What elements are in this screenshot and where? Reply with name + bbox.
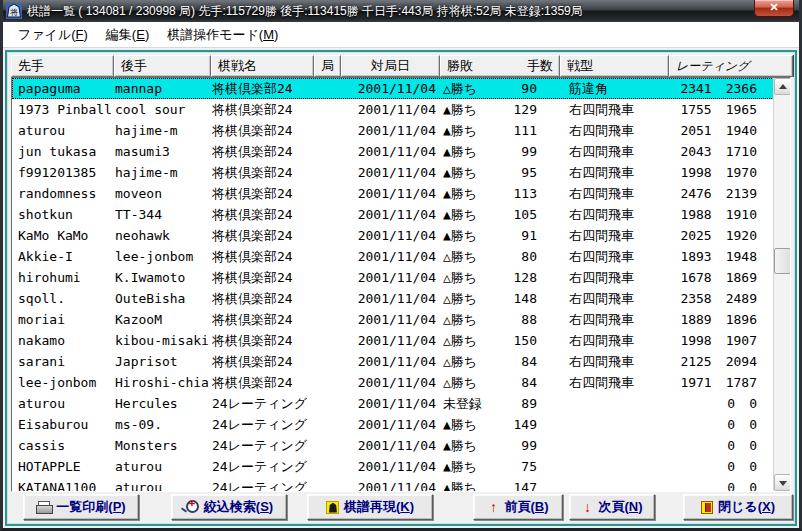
button-label: 前頁(B): [504, 498, 548, 516]
cell-moves: 129: [497, 99, 561, 120]
table-row[interactable]: Akkie-Ilee-jonbom将棋倶楽部242001/11/04△勝ち80右…: [12, 246, 790, 267]
button-label: 次頁(N): [598, 498, 642, 516]
cell-kyoku: [315, 204, 342, 225]
cell-opening: 右四間飛車: [561, 183, 670, 204]
cell-rating: 18931948: [670, 246, 777, 267]
cell-opening: [561, 456, 670, 477]
table-row[interactable]: aturouHercules24レーティング2001/11/04未登録8900: [12, 393, 790, 414]
table-row[interactable]: lee-jonbomHiroshi-chia将棋倶楽部242001/11/04△…: [12, 372, 790, 393]
cell-sente: lee-jonbom: [12, 372, 115, 393]
cell-gote: masumi3: [115, 141, 212, 162]
rating-gote: 1948: [726, 246, 757, 267]
cell-sente: cassis: [12, 435, 115, 456]
cell-rating: 00: [670, 477, 777, 492]
column-header-row: 先手 後手 棋戦名 局 対局日 勝敗 手数 戦型 レーティング: [11, 55, 793, 77]
rating-sente: 1893: [680, 246, 711, 267]
close-icon[interactable]: ✕: [754, 0, 794, 17]
cell-kisen: 将棋倶楽部24: [212, 183, 315, 204]
rating-sente: 2051: [680, 120, 711, 141]
cell-result: ▲勝ち: [441, 477, 497, 492]
cell-sente: shotkun: [12, 204, 115, 225]
table-row[interactable]: sqoll.OuteBisha将棋倶楽部242001/11/04△勝ち148右四…: [12, 288, 790, 309]
scroll-up-icon[interactable]: [774, 78, 791, 95]
close-window-button[interactable]: 閉じる(X): [683, 494, 793, 520]
cell-rating: 19881910: [670, 204, 777, 225]
cell-kisen: 将棋倶楽部24: [212, 162, 315, 183]
rating-gote: 0: [749, 414, 757, 435]
rating-sente: 2358: [680, 288, 711, 309]
menu-item-1[interactable]: 編集(E): [97, 23, 158, 47]
rating-gote: 2139: [726, 183, 757, 204]
table-row[interactable]: HOTAPPLEaturou24レーティング2001/11/04▲勝ち7500: [12, 456, 790, 477]
header-kyoku[interactable]: 局: [314, 55, 341, 77]
header-opening[interactable]: 戦型: [560, 55, 669, 77]
cell-result: ▲勝ち: [441, 414, 497, 435]
table-row[interactable]: saraniJaprisot将棋倶楽部242001/11/04△勝ち84右四間飛…: [12, 351, 790, 372]
table-row[interactable]: jun tukasamasumi3将棋倶楽部242001/11/04▲勝ち99右…: [12, 141, 790, 162]
menu-item-2[interactable]: 棋譜操作モード(M): [158, 23, 287, 47]
cell-opening: 右四間飛車: [561, 204, 670, 225]
cell-sente: sqoll.: [12, 288, 115, 309]
cell-date: 2001/11/04: [342, 183, 441, 204]
table-row[interactable]: shotkunTT-344将棋倶楽部242001/11/04▲勝ち105右四間飛…: [12, 204, 790, 225]
rating-gote: 1896: [726, 309, 757, 330]
cell-result: ▲勝ち: [441, 120, 497, 141]
table-row[interactable]: cassisMonsters24レーティング2001/11/04▲勝ち9900: [12, 435, 790, 456]
cell-gote: lee-jonbom: [115, 246, 212, 267]
vertical-scrollbar[interactable]: [773, 78, 790, 491]
rating-gote: 1787: [726, 372, 757, 393]
header-date[interactable]: 対局日: [341, 55, 440, 77]
rating-gote: 2366: [726, 78, 757, 99]
cell-moves: 75: [497, 456, 561, 477]
rating-sente: 1998: [680, 330, 711, 351]
cell-kisen: 24レーティング: [212, 435, 315, 456]
cell-opening: [561, 393, 670, 414]
table-row[interactable]: randomnessmoveon将棋倶楽部242001/11/04▲勝ち113右…: [12, 183, 790, 204]
cell-kisen: 24レーティング: [212, 414, 315, 435]
table-row[interactable]: f991201385hajime-m将棋倶楽部242001/11/04▲勝ち95…: [12, 162, 790, 183]
cell-kisen: 24レーティング: [212, 477, 315, 492]
table-row[interactable]: 1973 Pinballcool sour将棋倶楽部242001/11/04▲勝…: [12, 99, 790, 120]
cell-sente: jun tukasa: [12, 141, 115, 162]
cell-result: △勝ち: [441, 330, 497, 351]
cell-gote: hajime-m: [115, 162, 212, 183]
header-kisen[interactable]: 棋戦名: [211, 55, 314, 77]
cell-rating: 16781869: [670, 267, 777, 288]
header-result-moves[interactable]: 勝敗 手数: [440, 55, 560, 77]
scroll-down-icon[interactable]: [774, 474, 791, 491]
table-row[interactable]: nakamokibou-misaki将棋倶楽部242001/11/04△勝ち15…: [12, 330, 790, 351]
next-page-button[interactable]: ↓次頁(N): [569, 494, 655, 520]
button-label: 閉じる(X): [718, 498, 775, 516]
scrollbar-thumb[interactable]: [774, 248, 791, 274]
previous-page-button[interactable]: ↑前頁(B): [473, 494, 563, 520]
table-row[interactable]: KATANA1100aturou24レーティング2001/11/04▲勝ち147…: [12, 477, 790, 492]
table-row[interactable]: papagumamannap将棋倶楽部242001/11/04△勝ち90筋違角2…: [12, 78, 790, 99]
cell-moves: 149: [497, 414, 561, 435]
header-sente[interactable]: 先手: [11, 55, 114, 77]
cell-gote: ms-09.: [115, 414, 212, 435]
cell-opening: [561, 477, 670, 492]
cell-rating: 20511940: [670, 120, 777, 141]
filter-search-button[interactable]: 絞込検索(S): [171, 494, 287, 520]
cell-date: 2001/11/04: [342, 435, 441, 456]
table-row[interactable]: Eisaburoums-09.24レーティング2001/11/04▲勝ち1490…: [12, 414, 790, 435]
header-rating[interactable]: レーティング: [669, 55, 793, 77]
header-gote[interactable]: 後手: [114, 55, 211, 77]
table-row[interactable]: aturouhajime-m将棋倶楽部242001/11/04▲勝ち111右四間…: [12, 120, 790, 141]
table-row[interactable]: moriaiKazooM将棋倶楽部242001/11/04△勝ち88右四間飛車1…: [12, 309, 790, 330]
cell-kisen: 将棋倶楽部24: [212, 246, 315, 267]
cell-gote: kibou-misaki: [115, 330, 212, 351]
cell-rating: 19981907: [670, 330, 777, 351]
table-row[interactable]: KaMo KaMoneohawk将棋倶楽部242001/11/04▲勝ち91右四…: [12, 225, 790, 246]
magnifier-icon: [185, 500, 199, 514]
menu-item-0[interactable]: ファイル(F): [9, 23, 97, 47]
replay-kifu-button[interactable]: 棋譜再現(K): [307, 494, 433, 520]
rating-gote: 1710: [726, 141, 757, 162]
table-row[interactable]: hirohumiK.Iwamoto将棋倶楽部242001/11/04△勝ち128…: [12, 267, 790, 288]
rating-sente: 0: [727, 435, 735, 456]
cell-kisen: 24レーティング: [212, 456, 315, 477]
button-bar: 一覧印刷(P)絞込検索(S)棋譜再現(K)↑前頁(B)↓次頁(N)閉じる(X): [7, 493, 795, 522]
cell-kisen: 将棋倶楽部24: [212, 372, 315, 393]
cell-result: ▲勝ち: [441, 183, 497, 204]
print-list-button[interactable]: 一覧印刷(P): [23, 494, 139, 520]
